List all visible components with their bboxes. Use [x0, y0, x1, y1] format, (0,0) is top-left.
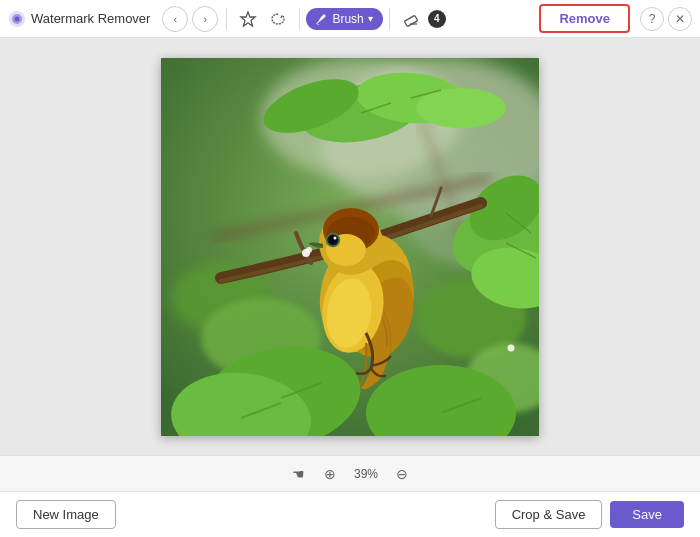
crop-save-button[interactable]: Crop & Save	[495, 500, 603, 529]
svg-marker-3	[241, 12, 255, 26]
image-container[interactable]	[161, 58, 539, 436]
save-button[interactable]: Save	[610, 501, 684, 528]
forward-button[interactable]: ›	[192, 6, 218, 32]
close-icon: ✕	[675, 12, 685, 26]
svg-point-48	[306, 247, 312, 253]
app-title: Watermark Remover	[31, 11, 150, 26]
svg-point-49	[508, 344, 515, 351]
new-image-button[interactable]: New Image	[16, 500, 116, 529]
back-icon: ‹	[174, 13, 178, 25]
zoom-out-icon: ⊖	[396, 466, 408, 482]
brush-chevron-icon: ▾	[368, 13, 373, 24]
zoom-out-button[interactable]: ⊖	[390, 462, 414, 486]
star-tool-button[interactable]	[233, 4, 263, 34]
hand-tool-button[interactable]: ☚	[286, 462, 310, 486]
svg-point-39	[334, 236, 337, 239]
eraser-icon	[402, 10, 420, 28]
brush-button[interactable]: Brush ▾	[306, 8, 382, 30]
svg-point-2	[15, 16, 20, 21]
close-button[interactable]: ✕	[668, 7, 692, 31]
separator-2	[299, 8, 300, 30]
lasso-tool-button[interactable]	[263, 4, 293, 34]
eraser-tool-button[interactable]	[396, 4, 426, 34]
zoom-in-icon: ⊕	[324, 466, 336, 482]
canvas-area	[0, 38, 700, 455]
bird-image	[161, 58, 539, 436]
lasso-icon	[269, 10, 287, 28]
help-icon: ?	[649, 12, 656, 26]
zoom-level: 39%	[350, 467, 382, 481]
separator-3	[389, 8, 390, 30]
brush-icon	[314, 12, 328, 26]
separator-1	[226, 8, 227, 30]
app-logo: Watermark Remover	[8, 10, 150, 28]
zoom-bar: ☚ ⊕ 39% ⊖	[0, 455, 700, 491]
window-controls: ? ✕	[640, 7, 692, 31]
main-image	[161, 58, 539, 436]
help-button[interactable]: ?	[640, 7, 664, 31]
back-button[interactable]: ‹	[162, 6, 188, 32]
zoom-in-button[interactable]: ⊕	[318, 462, 342, 486]
svg-rect-4	[404, 15, 417, 26]
forward-icon: ›	[204, 13, 208, 25]
star-icon	[239, 10, 257, 28]
remove-button[interactable]: Remove	[539, 4, 630, 33]
bottom-bar: New Image Crop & Save Save	[0, 491, 700, 537]
app-logo-icon	[8, 10, 26, 28]
title-bar: Watermark Remover ‹ › Brush ▾	[0, 0, 700, 38]
badge-count: 4	[428, 10, 446, 28]
brush-label: Brush	[332, 12, 363, 26]
hand-icon: ☚	[292, 466, 305, 482]
svg-point-24	[416, 88, 506, 128]
